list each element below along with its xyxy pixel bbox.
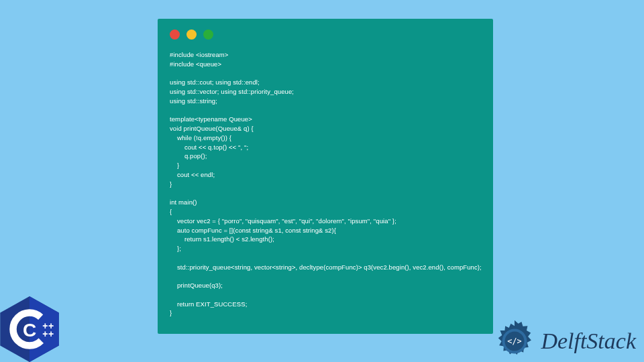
gear-icon: </>: [492, 319, 537, 362]
cpp-logo-icon: C + + + +: [0, 296, 59, 362]
brand-logo: </> DelftStack: [492, 319, 636, 362]
close-icon[interactable]: [170, 29, 180, 40]
window-controls: [170, 29, 481, 40]
code-content: #include <iostream> #include <queue> usi…: [170, 50, 481, 318]
code-window: #include <iostream> #include <queue> usi…: [158, 19, 493, 334]
svg-text:</>: </>: [508, 337, 522, 346]
svg-text:C: C: [23, 320, 36, 341]
minimize-icon[interactable]: [186, 29, 197, 40]
brand-name: DelftStack: [541, 328, 636, 354]
svg-text:+: +: [48, 328, 54, 339]
svg-text:+: +: [42, 328, 48, 339]
maximize-icon[interactable]: [203, 29, 213, 40]
